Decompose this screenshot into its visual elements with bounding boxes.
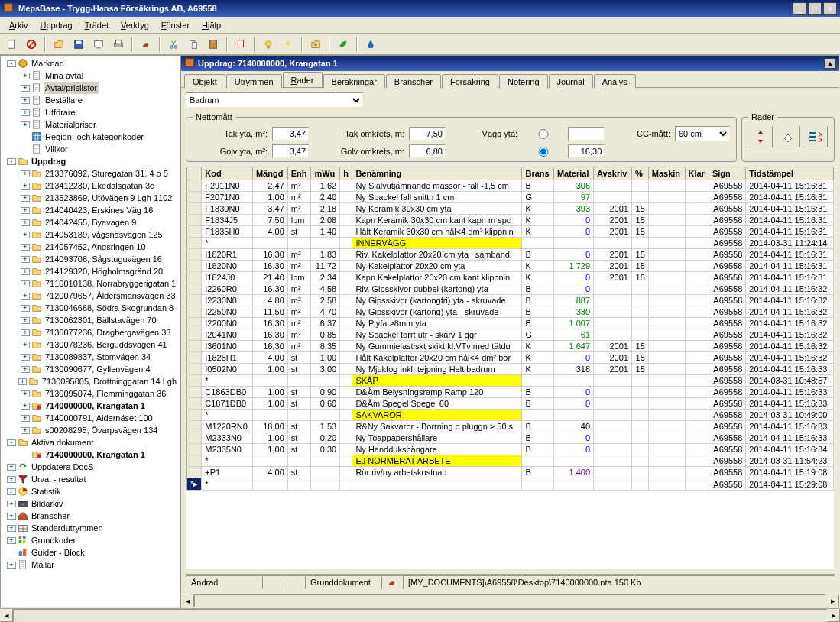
tree-toggle[interactable]: + (21, 415, 30, 422)
cell-pct[interactable] (631, 444, 648, 455)
tree-toggle[interactable]: + (21, 268, 30, 275)
cell-avs[interactable] (594, 329, 632, 341)
cell-pct[interactable]: 15 (631, 249, 648, 261)
cell-mat[interactable]: 40 (553, 421, 593, 432)
tree-toggle[interactable]: + (7, 562, 16, 569)
cell-avs[interactable] (594, 192, 632, 203)
cell-klar[interactable] (685, 180, 709, 192)
cell-kod[interactable]: M1220RN0 (202, 421, 253, 432)
tree-node[interactable]: +Statistik (2, 485, 178, 497)
cell-sign[interactable]: A69558 (709, 226, 745, 238)
cell-h[interactable] (340, 192, 352, 203)
tree-node[interactable]: +7130095005, Drottninggatan 14 Lgh (2, 375, 178, 387)
cell-klar[interactable] (685, 352, 709, 364)
cell-brans[interactable]: B (522, 444, 553, 455)
cell-ts[interactable]: 2014-04-11 15:16:33 (746, 364, 834, 375)
cell-avs[interactable]: 2001 (594, 226, 632, 238)
tree-toggle[interactable]: + (21, 219, 30, 226)
cell-ts[interactable]: 2014-04-11 15:16:31 (746, 249, 834, 261)
tree-toggle[interactable]: + (21, 97, 30, 104)
cc-select[interactable]: 60 cm (675, 126, 730, 141)
cell-ts[interactable]: 2014-03-31 10:48:57 (746, 375, 834, 387)
cell-sign[interactable]: A69558 (709, 329, 745, 341)
cell-brans[interactable]: B (522, 421, 553, 432)
col-kod[interactable]: Kod (202, 167, 253, 180)
cell-pct[interactable] (631, 467, 648, 478)
menu-uppdrag[interactable]: Uppdrag (34, 18, 78, 32)
cell-klar[interactable] (685, 238, 709, 249)
cell-klar[interactable] (685, 478, 709, 491)
cell-maskin[interactable] (648, 329, 685, 341)
tree-node[interactable]: +7140000000, Krangatan 1 (2, 400, 178, 412)
cell-mwu[interactable]: 0,30 (311, 444, 340, 455)
maximize-button[interactable]: □ (808, 2, 822, 15)
cell-h[interactable] (340, 295, 352, 306)
cell-ts[interactable]: 2014-04-11 15:16:33 (746, 432, 834, 444)
cell-mat[interactable]: 1 400 (553, 467, 593, 478)
cell-mangd[interactable]: 16,30 (252, 341, 287, 352)
cell-h[interactable] (340, 432, 352, 444)
cell-kod[interactable]: I0502N0 (202, 364, 253, 375)
cell-mwu[interactable]: 1,83 (311, 249, 340, 261)
toolbar-stop[interactable] (23, 36, 40, 53)
cell-avs[interactable]: 2001 (594, 249, 632, 261)
cell-mwu[interactable]: 0,85 (311, 329, 340, 341)
cell-ben[interactable]: Rör riv/ny arbetskostnad (352, 467, 522, 478)
cell-sign[interactable]: A69558 (709, 238, 745, 249)
cell-mwu[interactable]: 1,53 (311, 421, 340, 432)
cell-mangd[interactable]: 11,50 (252, 306, 287, 318)
cell-brans[interactable]: K (522, 364, 553, 375)
cell-ben[interactable]: D&Åm Spegel Spegel 60 (352, 398, 522, 410)
cell-h[interactable] (340, 375, 352, 387)
cell-avs[interactable] (594, 238, 632, 249)
cell-ts[interactable]: 2014-04-11 15:16:31 (746, 226, 834, 238)
minimize-button[interactable]: _ (793, 2, 806, 15)
cell-h[interactable] (340, 238, 352, 249)
cell-maskin[interactable] (648, 432, 685, 444)
tree-node[interactable]: +7130095074, Flemminggatan 36 (2, 387, 178, 400)
cell-mwu[interactable] (311, 410, 340, 421)
cell-mangd[interactable]: 1,00 (252, 432, 287, 444)
table-row[interactable]: I1820N016,30m²11,72Ny Kakelplattor 20x20… (187, 261, 834, 272)
cell-pct[interactable] (631, 295, 648, 306)
cell-ts[interactable]: 2014-04-11 15:16:31 (746, 261, 834, 272)
cell-sign[interactable]: A69558 (709, 203, 745, 215)
cell-ben[interactable]: Kapn Keramik 30x30 cm kant kapn m spc (352, 215, 522, 226)
cell-avs[interactable] (594, 455, 632, 467)
cell-ts[interactable]: 2014-04-11 15:16:33 (746, 387, 834, 398)
tree-node[interactable]: +213412230, Ekedalsgatan 3c (2, 180, 178, 192)
tree-node[interactable]: Guider - Block (2, 546, 178, 559)
cell-klar[interactable] (685, 318, 709, 329)
tree-toggle[interactable]: + (7, 525, 16, 532)
cell-pct[interactable] (631, 192, 648, 203)
cell-sign[interactable]: A69558 (709, 318, 745, 329)
rader-format-button[interactable] (803, 126, 828, 147)
cell-mwu[interactable]: 2,58 (311, 295, 340, 306)
cell-maskin[interactable] (648, 249, 685, 261)
tree-toggle[interactable]: + (21, 305, 30, 312)
cell-mwu[interactable] (311, 478, 340, 491)
tak-yta-input[interactable] (272, 127, 309, 141)
tree-node[interactable]: +Avtal/prislistor (2, 82, 178, 94)
cell-maskin[interactable] (648, 226, 685, 238)
cell-ben[interactable]: Ny Plyfa >8mm yta (352, 318, 522, 329)
cell-mat[interactable]: 0 (553, 398, 593, 410)
tree-node[interactable]: +Beställare (2, 94, 178, 106)
cell-h[interactable] (340, 283, 352, 295)
tree-node[interactable]: +214042455, Byavagen 9 (2, 216, 178, 228)
cell-pct[interactable] (631, 398, 648, 410)
cell-brans[interactable]: B (522, 387, 553, 398)
table-row[interactable]: I2250N011,50m²4,70Ny Gipsskivor (kartong… (187, 306, 834, 318)
cell-klar[interactable] (685, 364, 709, 375)
toolbar-bulb[interactable] (260, 36, 277, 53)
cell-maskin[interactable] (648, 272, 685, 283)
cell-ben[interactable]: SKÅP (352, 375, 522, 387)
cell-maskin[interactable] (648, 375, 685, 387)
col-benämning[interactable]: Benämning (352, 167, 522, 180)
tree-toggle[interactable]: + (21, 366, 30, 373)
cell-kod[interactable]: I1824J0 (202, 272, 253, 283)
data-grid-wrapper[interactable]: KodMängdEnhmWuhBenämningBransMaterialAvs… (186, 167, 835, 569)
cell-avs[interactable]: 2001 (594, 364, 632, 375)
tree-toggle[interactable]: + (7, 476, 16, 483)
close-button[interactable]: × (823, 2, 837, 15)
